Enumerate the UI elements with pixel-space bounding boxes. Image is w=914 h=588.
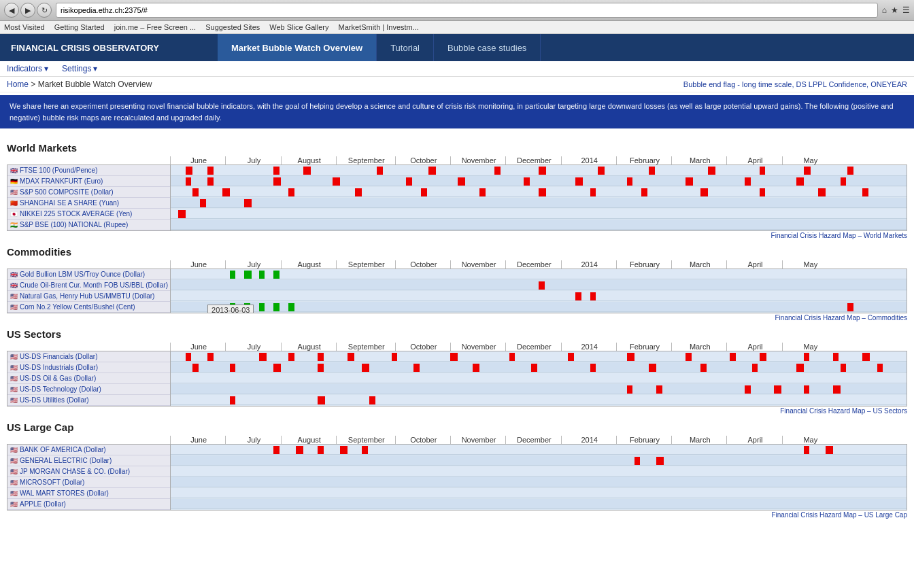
timeline-label-may: May <box>782 343 837 351</box>
timeline-label-may: May <box>782 156 837 165</box>
browser-nav-buttons: ◀ ▶ ↻ <box>4 3 52 18</box>
chart-row-label-5[interactable]: 🇮🇳S&P BSE (100) NATIONAL (Rupee) <box>7 220 170 230</box>
refresh-button[interactable]: ↻ <box>37 3 52 18</box>
chart-row-label-1[interactable]: 🇩🇪MDAX FRANKFURT (Euro) <box>7 176 170 187</box>
chart-row-label-2[interactable]: 🇺🇸Natural Gas, Henry Hub US/MMBTU (Dolla… <box>7 291 170 302</box>
chart-row-label-4[interactable]: 🇺🇸WAL MART STORES (Dollar) <box>7 488 170 499</box>
bookmark-most-visited[interactable]: Most Visited <box>4 23 45 31</box>
chart-area-world-markets <box>171 165 907 230</box>
chart-commodities: JuneJulyAugustSeptemberOctoberNovemberDe… <box>7 260 907 322</box>
chart-row-label-3[interactable]: 🇺🇸Corn No.2 Yellow Cents/Bushel (Cent) <box>7 302 170 313</box>
timeline-label-october: October <box>395 343 450 351</box>
timeline-label-november: November <box>450 343 505 351</box>
timeline-label-november: November <box>450 156 505 165</box>
chart-row-label-0[interactable]: 🇬🇧Gold Bullion LBM US/Troy Ounce (Dollar… <box>7 269 170 280</box>
timeline-label-may: May <box>782 260 837 269</box>
chart-row-label-0[interactable]: 🇺🇸US-DS Financials (Dollar) <box>7 351 170 362</box>
bookmark-suggested[interactable]: Suggested Sites <box>205 23 260 31</box>
timeline-label-april: April <box>726 156 781 165</box>
chart-row-label-1[interactable]: 🇬🇧Crude Oil-Brent Cur. Month FOB US/BBL … <box>7 280 170 291</box>
nav-bubble-case-studies[interactable]: Bubble case studies <box>434 34 541 61</box>
timeline-label-june: June <box>170 260 225 269</box>
bookmark-getting-started[interactable]: Getting Started <box>54 23 105 31</box>
forward-button[interactable]: ▶ <box>20 3 35 18</box>
breadcrumb-home[interactable]: Home <box>7 80 29 89</box>
info-banner: We share here an experiment presenting n… <box>0 95 914 128</box>
breadcrumb-right-link[interactable]: Bubble end flag - long time scale, DS LP… <box>683 80 907 88</box>
brand-text: FINANCIAL CRISIS OBSERVATORY <box>11 43 159 53</box>
chart-row-label-5[interactable]: 🇺🇸APPLE (Dollar) <box>7 499 170 510</box>
chart-row-label-3[interactable]: 🇺🇸MICROSOFT (Dollar) <box>7 477 170 488</box>
chart-body-large-cap: 🇺🇸BANK OF AMERICA (Dollar)🇺🇸GENERAL ELEC… <box>7 444 907 511</box>
chevron-down-icon: ▾ <box>44 64 48 73</box>
timeline-label-december: December <box>505 436 560 444</box>
bookmark-joinme[interactable]: join.me – Free Screen ... <box>114 23 196 31</box>
app-brand: FINANCIAL CRISIS OBSERVATORY <box>0 34 218 61</box>
timeline-label-december: December <box>505 343 560 351</box>
chart-row-label-1[interactable]: 🇺🇸GENERAL ELECTRIC (Dollar) <box>7 455 170 466</box>
timeline-label-july: July <box>225 436 280 444</box>
timeline-label-august: August <box>281 260 336 269</box>
nav-market-bubble-watch[interactable]: Market Bubble Watch Overview <box>218 34 377 61</box>
timeline-label-february: February <box>616 156 671 165</box>
timeline-label-august: August <box>281 343 336 351</box>
section-title-commodities: Commodities <box>7 246 907 258</box>
chart-timeline-labels: JuneJulyAugustSeptemberOctoberNovemberDe… <box>170 156 907 165</box>
chart-row-label-3[interactable]: 🇨🇳SHANGHAI SE A SHARE (Yuan) <box>7 198 170 209</box>
timeline-label-march: March <box>671 436 726 444</box>
bookmark-marketsmith[interactable]: MarketSmith | Investm... <box>339 23 419 31</box>
browser-icons: ⌂ ★ ☰ <box>882 5 910 15</box>
chart-row-label-4[interactable]: 🇯🇵NIKKEI 225 STOCK AVERAGE (Yen) <box>7 209 170 220</box>
star-icon[interactable]: ★ <box>891 5 898 15</box>
subnav-indicators[interactable]: Indicators ▾ <box>7 64 48 73</box>
chart-row-label-3[interactable]: 🇺🇸US-DS Technology (Dollar) <box>7 384 170 395</box>
section-title-world-markets: World Markets <box>7 142 907 154</box>
bookmark-webslice[interactable]: Web Slice Gallery <box>269 23 328 31</box>
timeline-label-september: September <box>336 343 395 351</box>
timeline-label-december: December <box>505 260 560 269</box>
timeline-label-february: February <box>616 343 671 351</box>
chart-area-large-cap <box>171 445 907 510</box>
chart-world-markets: JuneJulyAugustSeptemberOctoberNovemberDe… <box>7 156 907 239</box>
chart-row-label-2[interactable]: 🇺🇸JP MORGAN CHASE & CO. (Dollar) <box>7 466 170 477</box>
chart-timeline-labels-largecap: JuneJulyAugustSeptemberOctoberNovemberDe… <box>170 436 907 444</box>
url-bar[interactable] <box>56 3 878 18</box>
chart-row-label-4[interactable]: 🇺🇸US-DS Utilities (Dollar) <box>7 395 170 406</box>
main-content: World Markets JuneJulyAugustSeptemberOct… <box>0 131 914 525</box>
breadcrumb-current: Market Bubble Watch Overview <box>38 80 152 89</box>
timeline-label-february: February <box>616 436 671 444</box>
timeline-label-october: October <box>395 156 450 165</box>
breadcrumb: Home > Market Bubble Watch Overview <box>7 80 152 89</box>
chart-area-sectors <box>171 351 907 406</box>
chart-row-label-0[interactable]: 🇺🇸BANK OF AMERICA (Dollar) <box>7 445 170 455</box>
timeline-label-october: October <box>395 260 450 269</box>
chart-row-label-2[interactable]: 🇺🇸S&P 500 COMPOSITE (Dollar) <box>7 187 170 198</box>
timeline-label-july: July <box>225 260 280 269</box>
timeline-label-2014: 2014 <box>561 260 616 269</box>
timeline-label-july: July <box>225 156 280 165</box>
timeline-label-september: September <box>336 436 395 444</box>
timeline-label-august: August <box>281 436 336 444</box>
nav-tutorial[interactable]: Tutorial <box>377 34 434 61</box>
timeline-label-2014: 2014 <box>561 156 616 165</box>
timeline-label-march: March <box>671 260 726 269</box>
chart-row-label-0[interactable]: 🇬🇧FTSE 100 (Pound/Pence) <box>7 165 170 176</box>
settings-icon[interactable]: ☰ <box>902 5 910 15</box>
breadcrumb-bar: Home > Market Bubble Watch Overview Bubb… <box>0 77 914 92</box>
timeline-label-june: June <box>170 436 225 444</box>
chart-body-world-markets: 🇬🇧FTSE 100 (Pound/Pence)🇩🇪MDAX FRANKFURT… <box>7 165 907 231</box>
timeline-label-september: September <box>336 156 395 165</box>
timeline-label-october: October <box>395 436 450 444</box>
chart-row-label-2[interactable]: 🇺🇸US-DS Oil & Gas (Dollar) <box>7 373 170 384</box>
chart-row-label-1[interactable]: 🇺🇸US-DS Industrials (Dollar) <box>7 362 170 373</box>
browser-bar: ◀ ▶ ↻ ⌂ ★ ☰ <box>0 0 914 21</box>
timeline-label-may: May <box>782 436 837 444</box>
chart-footer-world-markets: Financial Crisis Hazard Map – World Mark… <box>7 232 907 239</box>
timeline-label-february: February <box>616 260 671 269</box>
timeline-label-june: June <box>170 343 225 351</box>
chart-timeline-labels-commodities: JuneJulyAugustSeptemberOctoberNovemberDe… <box>170 260 907 269</box>
back-button[interactable]: ◀ <box>4 3 19 18</box>
chart-us-large-cap: JuneJulyAugustSeptemberOctoberNovemberDe… <box>7 436 907 519</box>
subnav-settings[interactable]: Settings ▾ <box>62 64 97 73</box>
home-icon[interactable]: ⌂ <box>882 5 887 15</box>
